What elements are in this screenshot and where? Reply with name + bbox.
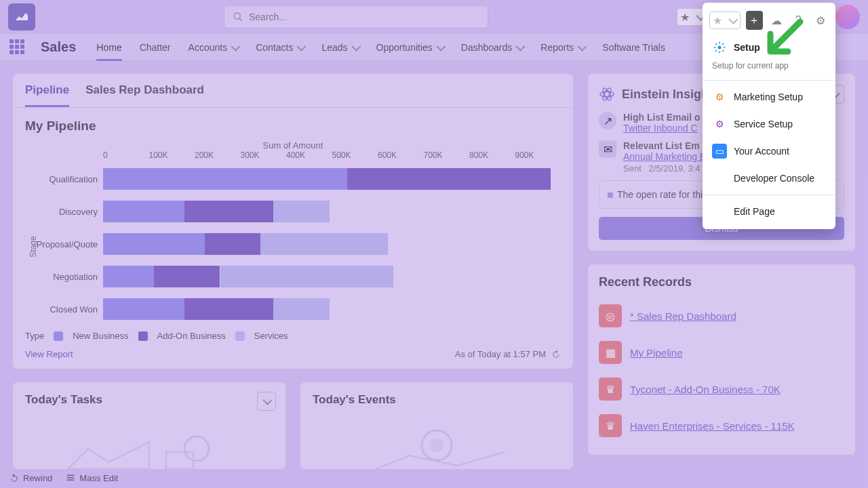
app-logo [8,3,35,30]
events-card: Today's Events [300,382,574,470]
nav-leads[interactable]: Leads [321,34,358,61]
nav-dashboards[interactable]: Dashboards [461,34,524,61]
bar-row: Discovery [25,195,561,228]
refresh-icon[interactable] [551,350,561,359]
svg-point-7 [600,92,614,97]
search-icon [233,12,243,22]
einstein-icon [599,86,615,102]
svg-point-13 [718,46,722,49]
svg-line-1 [239,18,242,21]
svg-point-2 [184,436,209,461]
sub-tabs: PipelineSales Rep Dashboard [13,74,573,108]
bar-row: Negotiation [25,260,561,293]
events-title: Today's Events [313,393,561,407]
insight-line1: High List Email o [623,112,701,123]
search-input[interactable]: Search... [224,5,488,28]
insight-link2[interactable]: Annual Marketing E [623,151,706,162]
avatar[interactable] [835,5,860,29]
mass-edit-button[interactable]: Mass Edit [66,473,118,483]
svg-rect-11 [67,477,75,479]
svg-point-5 [430,439,443,452]
svg-rect-12 [67,479,75,481]
insight-sent: Sent [623,163,642,174]
recent-records-card: Recent Records ◎* Sales Rep Dashboard▦My… [587,264,856,455]
dd-developer-console[interactable]: Developer Console [703,165,835,192]
dd-gear-icon[interactable]: ⚙ [812,11,829,30]
dd-add-icon[interactable]: ＋ [746,11,763,30]
nav-home[interactable]: Home [96,34,121,61]
pipeline-card: PipelineSales Rep Dashboard My Pipeline … [12,73,574,369]
svg-point-0 [234,13,240,19]
insight-icon-1: ↗ [599,112,616,129]
stage-axis-label: Stage [28,236,38,257]
as-of-text: As of Today at 1:57 PM [455,349,546,359]
insight-icon-2: ✉ [599,140,616,158]
recent-record-item[interactable]: ▦My Pipeline [599,334,844,371]
tasks-title: Today's Tasks [25,393,273,407]
insight-link1[interactable]: Twitter Inbound C [623,123,698,134]
dd-your-account[interactable]: ▭Your Account [703,138,835,165]
svg-line-14 [773,22,800,49]
search-placeholder: Search... [249,12,287,22]
dd-setup-sub: Setup for current app [703,61,835,77]
svg-rect-3 [166,452,193,469]
nav-accounts[interactable]: Accounts [189,34,239,61]
recent-record-item[interactable]: ◎* Sales Rep Dashboard [599,298,844,334]
bar-row: Qualification [25,163,561,195]
nav-software-trials[interactable]: Software Trials [602,34,665,61]
dd-favorites[interactable]: ★ [709,12,741,29]
footer-bar: Rewind Mass Edit [0,468,868,488]
nav-opportunities[interactable]: Opportunities [376,34,443,61]
tasks-filter-dropdown[interactable] [257,392,276,411]
recent-record-item[interactable]: ♛Haven Enterprises - Services - 115K [599,407,844,444]
pipeline-title: My Pipeline [25,119,561,134]
nav-contacts[interactable]: Contacts [256,34,304,61]
bar-row: Closed Won [25,293,561,325]
app-launcher-icon[interactable] [9,39,26,56]
recent-records-title: Recent Records [599,275,844,289]
tasks-card: Today's Tasks [12,382,286,470]
nav-chatter[interactable]: Chatter [140,34,171,61]
dd-edit-page[interactable]: Edit Page [703,198,835,225]
nav-reports[interactable]: Reports [540,34,585,61]
legend-type-label: Type [25,331,44,341]
dd-marketing-setup[interactable]: ⚙Marketing Setup [703,83,835,110]
annotation-arrow-icon [761,14,808,61]
recent-record-item[interactable]: ♛Tyconet - Add-On Business - 70K [599,371,844,407]
view-report-link[interactable]: View Report [25,349,73,359]
app-name: Sales [41,39,76,55]
insight-date: 2/5/2019, 3:4 [649,163,701,174]
insight-line2: Relevant List Em [623,140,706,151]
chart-axis-title: Sum of Amount [25,140,561,150]
rewind-button[interactable]: Rewind [9,473,52,483]
dd-service-setup[interactable]: ⚙Service Setup [703,110,835,138]
svg-rect-10 [67,474,75,476]
sub-tab-sales-rep-dashboard[interactable]: Sales Rep Dashboard [85,83,204,107]
bar-row: Proposal/Quote [25,228,561,260]
sub-tab-pipeline[interactable]: Pipeline [25,83,69,107]
